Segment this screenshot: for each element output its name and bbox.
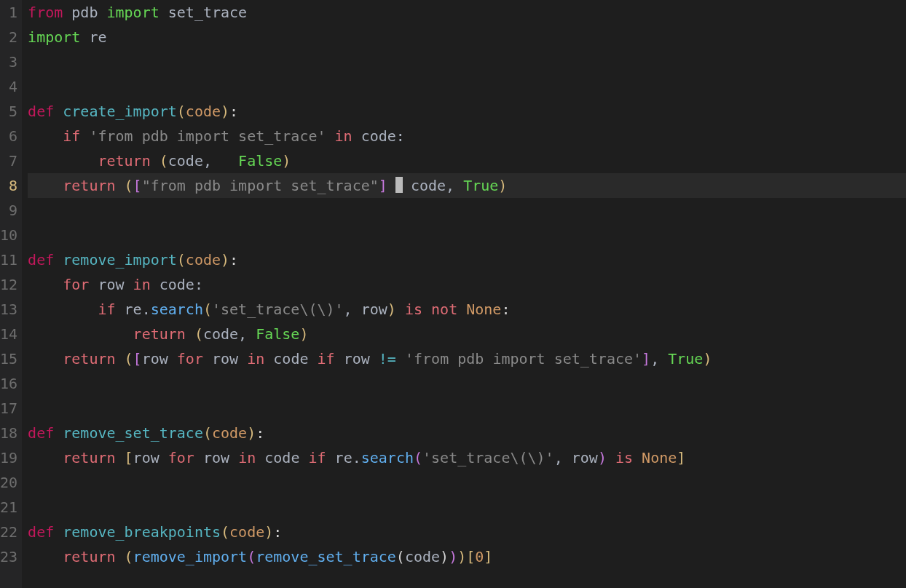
code-line[interactable] xyxy=(28,49,906,74)
line-number: 6 xyxy=(0,124,17,148)
code-editor[interactable]: 1 2 3 4 5 6 7 8 9 10 11 12 13 14 15 16 1… xyxy=(0,0,906,588)
line-number: 20 xyxy=(0,470,17,495)
code-line[interactable] xyxy=(28,223,906,247)
code-line[interactable]: if 'from pdb import set_trace' in code: xyxy=(28,124,906,148)
code-line[interactable]: def remove_set_trace(code): xyxy=(28,421,906,445)
code-line[interactable] xyxy=(28,198,906,223)
line-number-gutter: 1 2 3 4 5 6 7 8 9 10 11 12 13 14 15 16 1… xyxy=(0,0,22,588)
code-line-current[interactable]: return (["from pdb import set_trace"] co… xyxy=(28,173,906,198)
line-number: 14 xyxy=(0,322,17,346)
code-line[interactable]: for row in code: xyxy=(28,272,906,297)
line-number: 17 xyxy=(0,396,17,421)
code-line[interactable]: return [row for row in code if re.search… xyxy=(28,445,906,470)
code-line[interactable] xyxy=(28,74,906,99)
code-line[interactable]: if re.search('set_trace\(\)', row) is no… xyxy=(28,297,906,322)
code-line[interactable]: return ([row for row in code if row != '… xyxy=(28,346,906,371)
line-number: 16 xyxy=(0,371,17,396)
line-number: 2 xyxy=(0,25,17,49)
code-line[interactable]: def remove_breakpoints(code): xyxy=(28,520,906,544)
line-number: 12 xyxy=(0,272,17,297)
line-number: 1 xyxy=(0,0,17,25)
code-line[interactable]: return (code, False) xyxy=(28,322,906,346)
code-line[interactable]: def remove_import(code): xyxy=(28,247,906,272)
code-line[interactable] xyxy=(28,396,906,421)
code-line[interactable]: def create_import(code): xyxy=(28,99,906,124)
line-number: 11 xyxy=(0,247,17,272)
line-number: 13 xyxy=(0,297,17,322)
code-line[interactable]: from pdb import set_trace xyxy=(28,0,906,25)
code-area[interactable]: from pdb import set_trace import re def … xyxy=(22,0,906,588)
line-number: 3 xyxy=(0,49,17,74)
line-number: 23 xyxy=(0,544,17,569)
line-number-current: 8 xyxy=(0,173,17,198)
line-number: 4 xyxy=(0,74,17,99)
code-line[interactable] xyxy=(28,470,906,495)
line-number: 22 xyxy=(0,520,17,544)
code-line[interactable]: return (code, False) xyxy=(28,148,906,173)
code-line[interactable] xyxy=(28,495,906,520)
code-line[interactable]: return (remove_import(remove_set_trace(c… xyxy=(28,544,906,569)
line-number: 5 xyxy=(0,99,17,124)
code-line[interactable] xyxy=(28,371,906,396)
line-number: 7 xyxy=(0,148,17,173)
line-number: 10 xyxy=(0,223,17,247)
line-number: 21 xyxy=(0,495,17,520)
line-number: 9 xyxy=(0,198,17,223)
line-number: 15 xyxy=(0,346,17,371)
line-number: 19 xyxy=(0,445,17,470)
line-number: 18 xyxy=(0,421,17,445)
code-line[interactable]: import re xyxy=(28,25,906,49)
